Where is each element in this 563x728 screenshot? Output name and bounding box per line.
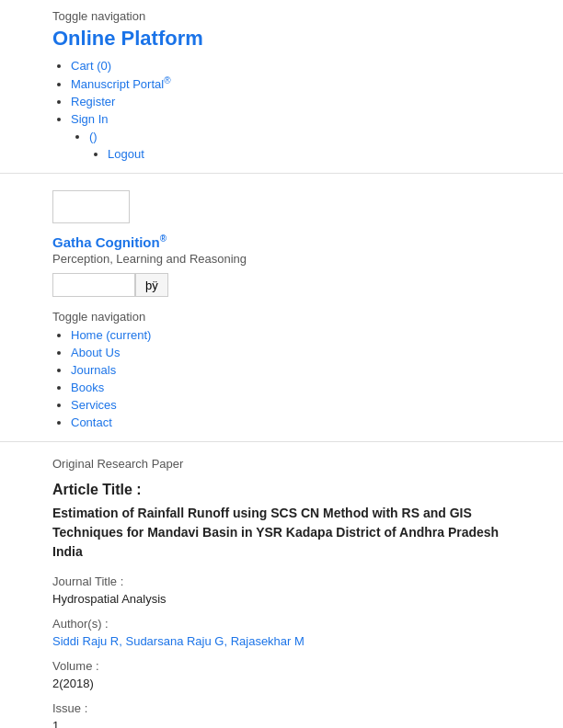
search-button[interactable]: þÿ: [135, 273, 168, 297]
contact-link[interactable]: Contact: [71, 415, 112, 429]
about-link[interactable]: About Us: [71, 346, 120, 359]
register-link[interactable]: Register: [71, 95, 115, 108]
author-label: Author(s) :: [52, 617, 511, 631]
main-content: Original Research Paper Article Title : …: [0, 442, 563, 728]
nav-item-signin: Sign In () Logout: [71, 111, 511, 161]
journal-title-value: Hydrospatial Analysis: [52, 592, 511, 606]
logout-link[interactable]: Logout: [108, 147, 144, 161]
toggle-nav-label-second: Toggle navigation: [52, 310, 511, 324]
issue-label: Issue :: [52, 701, 511, 715]
books-link[interactable]: Books: [71, 381, 104, 394]
second-navigation: Toggle navigation Home (current) About U…: [0, 306, 563, 442]
journals-link[interactable]: Journals: [71, 363, 116, 377]
nav-item-contact: Contact: [71, 415, 511, 429]
nav-item-about: About Us: [71, 345, 511, 359]
second-nav-list: Home (current) About Us Journals Books S…: [52, 327, 511, 429]
top-navigation: Toggle navigation Online Platform Cart (…: [0, 0, 563, 174]
nav-item-home: Home (current): [71, 327, 511, 342]
paper-type-label: Original Research Paper: [52, 457, 511, 471]
search-bar: þÿ: [0, 273, 563, 297]
cart-link[interactable]: Cart (0): [71, 59, 111, 73]
nav-item-logout: Logout: [108, 146, 511, 161]
nav-item-books: Books: [71, 380, 511, 394]
site-title[interactable]: Online Platform: [52, 27, 511, 51]
brand-title[interactable]: Gatha Cognition®: [52, 234, 167, 250]
article-title-value: Estimation of Rainfall Runoff using SCS …: [52, 504, 511, 562]
top-nav-list: Cart (0) Manuscript Portal® Register Sig…: [52, 58, 511, 161]
nav-item-paren: () Logout: [89, 129, 511, 161]
nav-item-journals: Journals: [71, 362, 511, 377]
issue-value: 1: [52, 719, 511, 728]
signin-submenu: () Logout: [71, 129, 511, 161]
home-link[interactable]: Home (current): [71, 328, 151, 342]
nav-item-manuscript: Manuscript Portal®: [71, 75, 511, 91]
volume-value: 2(2018): [52, 677, 511, 690]
nav-item-cart: Cart (0): [71, 58, 511, 73]
nav-item-services: Services: [71, 397, 511, 412]
toggle-nav-label-top: Toggle navigation: [52, 9, 511, 23]
search-input[interactable]: [52, 273, 135, 297]
brand-tagline: Perception, Learning and Reasoning: [52, 252, 511, 266]
paren-submenu: Logout: [89, 146, 511, 161]
author-value[interactable]: Siddi Raju R, Sudarsana Raju G, Rajasekh…: [52, 634, 511, 648]
signin-link[interactable]: Sign In: [71, 112, 108, 126]
logo-box: [52, 190, 130, 223]
journal-title-label: Journal Title :: [52, 574, 511, 588]
article-title-heading: Article Title :: [52, 482, 511, 498]
services-link[interactable]: Services: [71, 398, 117, 412]
volume-label: Volume :: [52, 659, 511, 673]
paren-link[interactable]: (): [89, 130, 98, 143]
brand-section: Gatha Cognition® Perception, Learning an…: [0, 174, 563, 266]
nav-item-register: Register: [71, 94, 511, 108]
manuscript-link[interactable]: Manuscript Portal®: [71, 77, 171, 91]
